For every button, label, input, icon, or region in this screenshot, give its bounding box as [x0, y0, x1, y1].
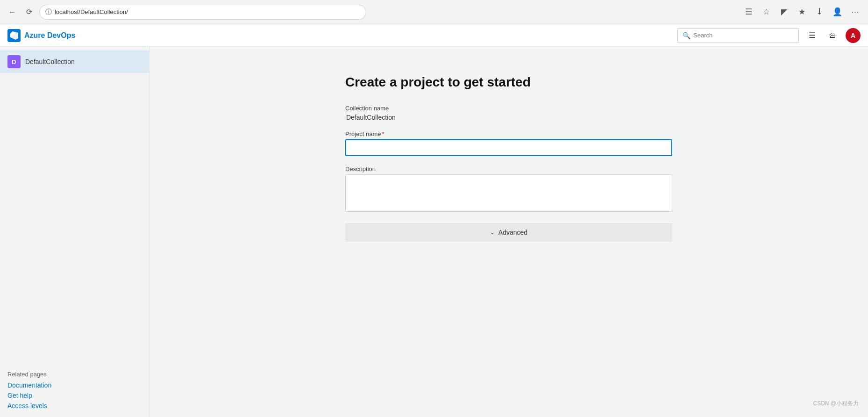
- advanced-button[interactable]: ⌄ Advanced: [345, 223, 672, 242]
- description-label: Description: [345, 165, 672, 173]
- collection-name-text: DefaultCollection: [25, 58, 75, 65]
- user-avatar[interactable]: A: [846, 28, 861, 43]
- browser-actions: ☰ ☆ ◤ ★ 🠗 👤 ⋯: [741, 5, 862, 20]
- refresh-button[interactable]: ⟳: [22, 6, 36, 19]
- access-levels-link[interactable]: Access levels: [7, 402, 142, 410]
- app-name-text: Azure DevOps: [24, 31, 75, 40]
- back-button[interactable]: ←: [6, 6, 19, 19]
- favorites-button[interactable]: ☆: [759, 5, 774, 20]
- page-title: Create a project to get started: [345, 75, 672, 90]
- search-input[interactable]: [693, 32, 787, 39]
- address-bar[interactable]: ⓘ localhost/DefaultCollection/: [39, 5, 366, 20]
- related-pages-label: Related pages: [7, 371, 142, 378]
- chevron-down-icon: ⌄: [490, 229, 495, 236]
- documentation-link[interactable]: Documentation: [7, 381, 142, 389]
- list-icon-button[interactable]: ☰: [804, 28, 819, 43]
- project-name-label: Project name*: [345, 130, 672, 137]
- read-mode-button[interactable]: ☰: [741, 5, 756, 20]
- search-box[interactable]: 🔍: [677, 28, 799, 43]
- collection-avatar: D: [7, 55, 21, 68]
- azure-devops-logo[interactable]: Azure DevOps: [7, 29, 75, 42]
- collection-name-label: Collection name: [345, 105, 672, 112]
- project-name-input[interactable]: [345, 139, 672, 156]
- app-container: Azure DevOps 🔍 ☰ 🛎 A D DefaultCollection…: [0, 24, 868, 417]
- sidebar: D DefaultCollection Related pages Docume…: [0, 47, 149, 417]
- search-icon: 🔍: [683, 32, 690, 39]
- related-pages-section: Related pages Documentation Get help Acc…: [0, 363, 149, 417]
- more-button[interactable]: ⋯: [847, 5, 862, 20]
- form-container: Create a project to get started Collecti…: [345, 75, 672, 242]
- description-input[interactable]: [345, 174, 672, 212]
- main-body: D DefaultCollection Related pages Docume…: [0, 47, 868, 417]
- content-area: Create a project to get started Collecti…: [149, 47, 868, 417]
- advanced-label: Advanced: [498, 229, 527, 236]
- get-help-link[interactable]: Get help: [7, 392, 142, 399]
- store-icon-button[interactable]: 🛎: [825, 28, 840, 43]
- collection-name-value: DefaultCollection: [345, 114, 672, 121]
- related-pages-links: Documentation Get help Access levels: [7, 381, 142, 410]
- top-nav: Azure DevOps 🔍 ☰ 🛎 A: [0, 24, 868, 47]
- info-icon: ⓘ: [45, 8, 52, 16]
- sidebar-item-default-collection[interactable]: D DefaultCollection: [0, 50, 149, 73]
- azure-logo-icon: [7, 29, 21, 42]
- required-marker: *: [382, 130, 384, 137]
- favorites-bar-button[interactable]: ★: [794, 5, 809, 20]
- split-screen-button[interactable]: ◤: [776, 5, 791, 20]
- url-text: localhost/DefaultCollection/: [55, 8, 128, 15]
- profile-button[interactable]: 👤: [830, 5, 845, 20]
- watermark: CSDN @小程务力: [813, 400, 859, 408]
- browser-chrome: ← ⟳ ⓘ localhost/DefaultCollection/ ☰ ☆ ◤…: [0, 0, 868, 24]
- extensions-button[interactable]: 🠗: [812, 5, 827, 20]
